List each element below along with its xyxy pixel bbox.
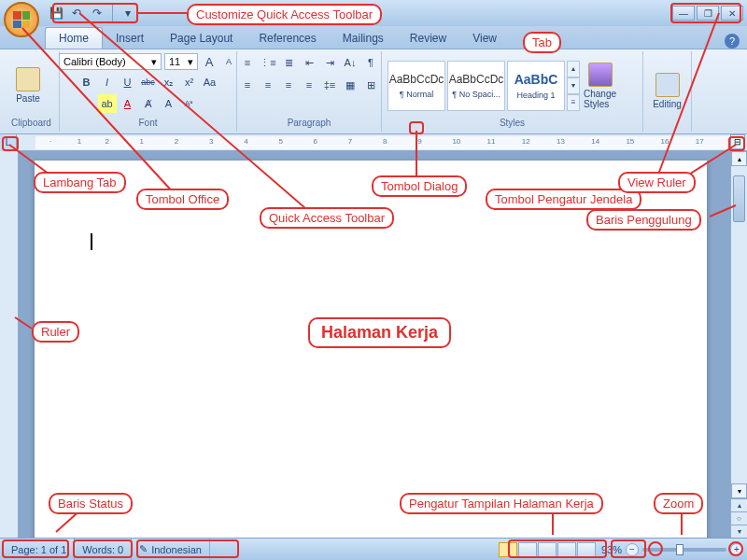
annot-halaman: Halaman Kerja	[308, 317, 451, 348]
annot-tombol-jendela: Tombol Pengatur Jendela	[486, 189, 641, 210]
line-spacing-button[interactable]: ‡≡	[320, 76, 339, 94]
help-icon[interactable]: ?	[725, 34, 740, 49]
group-styles: AaBbCcDc ¶ Normal AaBbCcDc ¶ No Spaci...…	[382, 51, 643, 132]
highlight-button[interactable]: ab	[98, 94, 117, 113]
scroll-thumb[interactable]	[733, 175, 745, 222]
annot-zoom: Zoom	[654, 493, 703, 514]
borders-button[interactable]: ⊞	[361, 76, 380, 94]
tab-review[interactable]: Review	[397, 28, 459, 49]
paragraph-group-label: Paragraph	[243, 118, 375, 130]
vertical-ruler[interactable]	[0, 151, 19, 538]
annot-tombol-dialog: Tombol Dialog	[372, 175, 467, 197]
annot-ruler: Ruler	[32, 321, 79, 343]
numbering-button[interactable]: ⋮≡	[259, 53, 277, 72]
shrink-font-button[interactable]: A	[220, 53, 237, 70]
bullets-button[interactable]: ≡	[238, 53, 257, 72]
annot-baris-status: Baris Status	[49, 493, 133, 514]
annot-qat: Quick Access Toolbar	[260, 207, 394, 229]
horizontal-ruler[interactable]: · 1 2 1 2 3 4 5 6 7 8 9 10 11 12 13 14 1…	[35, 136, 730, 149]
change-styles-label: Change Styles	[584, 89, 617, 109]
shading-button[interactable]: ▦	[341, 76, 359, 94]
change-styles-button[interactable]: Change Styles	[582, 59, 619, 113]
text-cursor	[91, 233, 92, 250]
bold-button[interactable]: B	[78, 73, 96, 91]
prev-page-icon[interactable]: ▴	[731, 498, 747, 511]
tab-insert[interactable]: Insert	[103, 28, 157, 49]
justify-button[interactable]: ≡	[300, 76, 318, 94]
char-shading-button[interactable]: Aᵃ	[180, 94, 199, 113]
case-button[interactable]: Aa	[201, 73, 219, 91]
annot-baris-penggulung: Baris Penggulung	[586, 209, 701, 231]
annot-customize-qat: Customize Quick Access Toolbar	[187, 4, 382, 25]
editing-label: Editing	[653, 99, 682, 109]
tab-home[interactable]: Home	[45, 27, 103, 49]
zoom-knob[interactable]	[676, 544, 684, 555]
find-icon	[655, 73, 680, 97]
annot-tombol-office: Tombol Office	[136, 189, 229, 210]
next-page-icon[interactable]: ▾	[731, 525, 747, 538]
annot-box-zplus	[728, 541, 743, 556]
annot-box-qat	[52, 3, 138, 23]
font-name-select[interactable]: Calibri (Body)▾	[59, 53, 162, 70]
underline-button[interactable]: U	[119, 73, 137, 91]
office-button[interactable]	[4, 2, 39, 37]
group-clipboard: Paste Clipboard	[4, 51, 60, 132]
font-color-button[interactable]: A	[119, 94, 137, 113]
grow-font-button[interactable]: A	[201, 53, 218, 70]
annot-box-lang	[136, 539, 239, 558]
subscript-button[interactable]: x₂	[160, 73, 178, 91]
annot-box-dialog	[409, 121, 424, 134]
italic-button[interactable]: I	[98, 73, 117, 91]
annot-box-tabsel	[2, 136, 19, 151]
font-size-select[interactable]: 11▾	[164, 53, 198, 70]
editing-button[interactable]: Editing	[649, 69, 685, 113]
clear-format-button[interactable]: A̸	[139, 94, 158, 113]
sort-button[interactable]: A↓	[341, 53, 359, 72]
styles-group-label: Styles	[388, 118, 637, 130]
ribbon: Paste Clipboard Calibri (Body)▾ 11▾ A A …	[0, 49, 747, 134]
paste-label: Paste	[16, 93, 40, 104]
style-no-spacing[interactable]: AaBbCcDc ¶ No Spaci...	[447, 61, 505, 111]
clipboard-group-label: Clipboard	[9, 118, 53, 130]
scroll-track[interactable]	[731, 166, 747, 483]
scroll-down-icon[interactable]: ▾	[731, 483, 747, 498]
change-styles-icon	[588, 63, 613, 87]
annot-box-zminus	[648, 541, 663, 556]
annot-tab: Tab	[523, 32, 561, 53]
paste-button[interactable]: Paste	[9, 63, 47, 107]
styles-scroll[interactable]: ▴▾≡	[567, 61, 580, 111]
font-group-label: Font	[65, 118, 231, 130]
annot-box-viewruler	[728, 136, 745, 151]
tab-page-layout[interactable]: Page Layout	[157, 28, 246, 49]
annot-box-winctrl	[670, 3, 741, 23]
group-editing: Editing	[643, 51, 692, 132]
annot-box-page	[2, 539, 69, 558]
group-font: Calibri (Body)▾ 11▾ A A B I U abc x₂ x² …	[60, 51, 237, 132]
annot-box-views	[508, 539, 607, 558]
browse-object-icon[interactable]: ○	[731, 511, 747, 525]
align-left-button[interactable]: ≡	[238, 76, 257, 94]
annot-lambang-tab: Lambang Tab	[34, 172, 126, 193]
indent-inc-button[interactable]: ⇥	[320, 53, 339, 72]
tab-references[interactable]: References	[246, 28, 329, 49]
style-normal[interactable]: AaBbCcDc ¶ Normal	[388, 61, 445, 111]
tab-mailings[interactable]: Mailings	[330, 28, 397, 49]
scroll-up-icon[interactable]: ▴	[731, 151, 747, 166]
char-border-button[interactable]: A	[160, 94, 178, 113]
indent-dec-button[interactable]: ⇤	[300, 53, 318, 72]
paste-icon	[16, 67, 40, 91]
style-heading1[interactable]: AaBbC Heading 1	[507, 61, 565, 111]
superscript-button[interactable]: x²	[180, 73, 199, 91]
annot-pengatur-tampilan: Pengatur Tampilan Halaman Kerja	[400, 493, 603, 514]
align-right-button[interactable]: ≡	[279, 76, 298, 94]
annot-box-zoompct	[611, 539, 646, 558]
ruler-row: L · 1 2 1 2 3 4 5 6 7 8 9 10 11 12 13 14…	[0, 134, 747, 151]
multilevel-button[interactable]: ≣	[279, 53, 298, 72]
align-center-button[interactable]: ≡	[259, 76, 277, 94]
show-marks-button[interactable]: ¶	[361, 53, 380, 72]
strike-button[interactable]: abc	[139, 73, 158, 91]
editing-group-label	[649, 128, 685, 130]
vertical-scrollbar[interactable]: ▴ ▾ ▴ ○ ▾	[730, 151, 747, 538]
tab-view[interactable]: View	[459, 28, 510, 49]
annot-view-ruler: View Ruler	[618, 172, 696, 193]
